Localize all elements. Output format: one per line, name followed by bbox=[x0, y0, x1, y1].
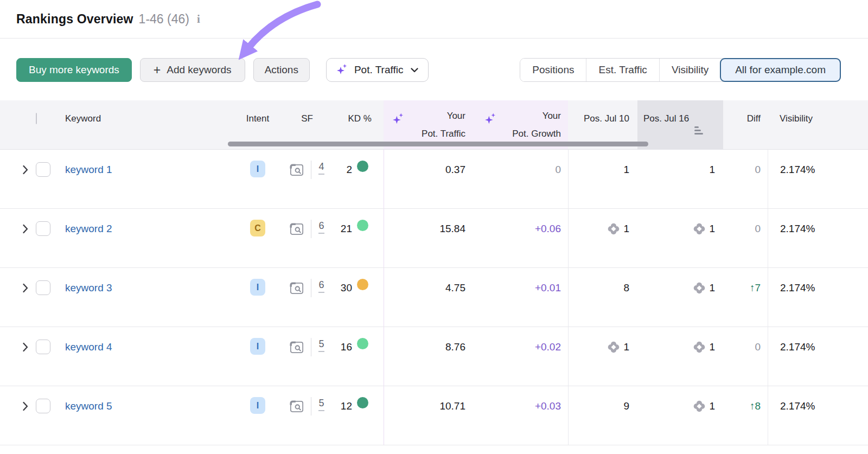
serp-feature-position-icon bbox=[693, 220, 705, 238]
pos-jul10-value: 9 bbox=[623, 397, 629, 415]
column-header-diff[interactable]: Diff bbox=[723, 100, 768, 149]
keyword-link[interactable]: keyword 5 bbox=[65, 397, 112, 415]
intent-cell: C bbox=[239, 209, 277, 267]
pot-growth-value: +0.01 bbox=[535, 279, 561, 297]
serp-features-count[interactable]: 5 bbox=[318, 338, 324, 352]
kd-difficulty-dot bbox=[357, 161, 368, 172]
table-row: keyword 3I6304.75+0.0181↑72.174% bbox=[0, 268, 868, 327]
info-icon[interactable]: i bbox=[197, 12, 200, 26]
serp-features-count[interactable]: 4 bbox=[318, 161, 324, 175]
diff-value: 0 bbox=[755, 161, 761, 179]
tab-positions[interactable]: Positions bbox=[520, 59, 586, 81]
toolbar: Buy more keywords + Add keywords Actions… bbox=[0, 58, 868, 82]
tab-all-for-domain[interactable]: All for example.com bbox=[720, 58, 841, 82]
checkbox-cell bbox=[36, 268, 60, 327]
sf-cell: 5 bbox=[277, 386, 337, 445]
pos-jul10-value: 8 bbox=[623, 279, 629, 297]
sf-cell: 4 bbox=[277, 150, 337, 208]
expand-row-button[interactable] bbox=[0, 268, 36, 327]
table-row: keyword 2C62115.84+0.061102.174% bbox=[0, 209, 868, 268]
serp-features-count[interactable]: 6 bbox=[318, 279, 324, 293]
column-header-pos-jul16[interactable]: Pos. Jul 16 bbox=[637, 100, 723, 149]
intent-badge[interactable]: I bbox=[250, 338, 265, 355]
expand-row-button[interactable] bbox=[0, 150, 36, 208]
buy-more-keywords-button[interactable]: Buy more keywords bbox=[16, 58, 132, 82]
intent-cell: I bbox=[239, 386, 277, 445]
serp-preview-icon[interactable] bbox=[290, 161, 304, 179]
intent-cell: I bbox=[239, 327, 277, 386]
keyword-cell: keyword 3 bbox=[60, 268, 239, 327]
visibility-cell: 2.174% bbox=[768, 150, 868, 208]
horizontal-scrollbar[interactable] bbox=[228, 142, 648, 146]
visibility-cell: 2.174% bbox=[768, 327, 868, 386]
visibility-cell: 2.174% bbox=[768, 209, 868, 267]
keyword-link[interactable]: keyword 3 bbox=[65, 279, 112, 297]
keyword-cell: keyword 2 bbox=[60, 209, 239, 267]
serp-features-count[interactable]: 5 bbox=[318, 397, 324, 411]
rankings-table: Keyword Intent SF KD % Your Pot. Traffic… bbox=[0, 100, 868, 445]
select-all-checkbox[interactable] bbox=[36, 113, 37, 124]
pot-traffic-cell: 4.75 bbox=[384, 268, 476, 327]
row-checkbox[interactable] bbox=[36, 162, 50, 177]
serp-preview-icon[interactable] bbox=[290, 397, 304, 415]
column-header-visibility[interactable]: Visibility bbox=[768, 100, 868, 149]
serp-preview-icon[interactable] bbox=[290, 338, 304, 356]
intent-cell: I bbox=[239, 150, 277, 208]
tab-visibility[interactable]: Visibility bbox=[659, 59, 720, 81]
pos-jul16-cell: 1 bbox=[637, 327, 723, 386]
column-header-keyword[interactable]: Keyword bbox=[60, 100, 239, 149]
intent-badge[interactable]: C bbox=[250, 220, 265, 236]
pot-traffic-cell: 15.84 bbox=[384, 209, 476, 267]
divider bbox=[0, 38, 868, 39]
serp-feature-position-icon bbox=[693, 279, 705, 297]
serp-preview-icon[interactable] bbox=[290, 279, 304, 297]
expand-row-button[interactable] bbox=[0, 327, 36, 386]
divider bbox=[311, 397, 311, 415]
serp-feature-position-icon bbox=[693, 338, 705, 356]
pos-jul16-value: 1 bbox=[709, 397, 715, 415]
row-checkbox[interactable] bbox=[36, 340, 50, 354]
expand-row-button[interactable] bbox=[0, 386, 36, 445]
serp-preview-icon[interactable] bbox=[290, 220, 304, 238]
diff-cell: 0 bbox=[723, 327, 768, 386]
pot-traffic-value: 15.84 bbox=[439, 220, 465, 238]
pot-growth-cell: +0.06 bbox=[476, 209, 568, 267]
expand-chevron-icon bbox=[23, 279, 28, 297]
pot-growth-cell: 0 bbox=[476, 150, 568, 208]
pot-growth-cell: +0.01 bbox=[476, 268, 568, 327]
metric-dropdown[interactable]: Pot. Traffic bbox=[326, 58, 429, 82]
expand-row-button[interactable] bbox=[0, 209, 36, 267]
sort-icon[interactable] bbox=[694, 126, 703, 135]
serp-features-count[interactable]: 6 bbox=[318, 220, 324, 234]
diff-cell: ↑8 bbox=[723, 386, 768, 445]
keyword-link[interactable]: keyword 1 bbox=[65, 161, 112, 179]
add-keywords-button[interactable]: + Add keywords bbox=[140, 58, 245, 82]
intent-badge[interactable]: I bbox=[250, 279, 265, 296]
row-checkbox[interactable] bbox=[36, 399, 50, 413]
pos-jul16-value: 1 bbox=[709, 220, 715, 238]
intent-badge[interactable]: I bbox=[250, 161, 265, 177]
page-title: Rankings Overview bbox=[16, 12, 133, 27]
pos-jul10-value: 1 bbox=[623, 161, 629, 179]
keyword-link[interactable]: keyword 2 bbox=[65, 220, 112, 238]
row-checkbox[interactable] bbox=[36, 280, 50, 295]
keyword-link[interactable]: keyword 4 bbox=[65, 338, 112, 356]
row-checkbox[interactable] bbox=[36, 221, 50, 236]
diff-cell: 0 bbox=[723, 150, 768, 208]
keyword-cell: keyword 5 bbox=[60, 386, 239, 445]
actions-button[interactable]: Actions bbox=[253, 58, 310, 82]
tab-est-traffic[interactable]: Est. Traffic bbox=[586, 59, 659, 81]
pot-traffic-value: 4.75 bbox=[445, 279, 465, 297]
sparkles-icon bbox=[392, 112, 405, 132]
intent-badge[interactable]: I bbox=[250, 397, 265, 414]
table-body: keyword 1I420.3701102.174%keyword 2C6211… bbox=[0, 150, 868, 445]
table-header-row: Keyword Intent SF KD % Your Pot. Traffic… bbox=[0, 100, 868, 150]
pot-growth-value: +0.02 bbox=[535, 338, 561, 356]
divider bbox=[311, 338, 311, 356]
checkbox-cell bbox=[36, 150, 60, 208]
sparkles-icon bbox=[336, 63, 348, 76]
expand-chevron-icon bbox=[23, 161, 28, 179]
diff-cell: 0 bbox=[723, 209, 768, 267]
visibility-cell: 2.174% bbox=[768, 268, 868, 327]
divider bbox=[311, 161, 311, 179]
